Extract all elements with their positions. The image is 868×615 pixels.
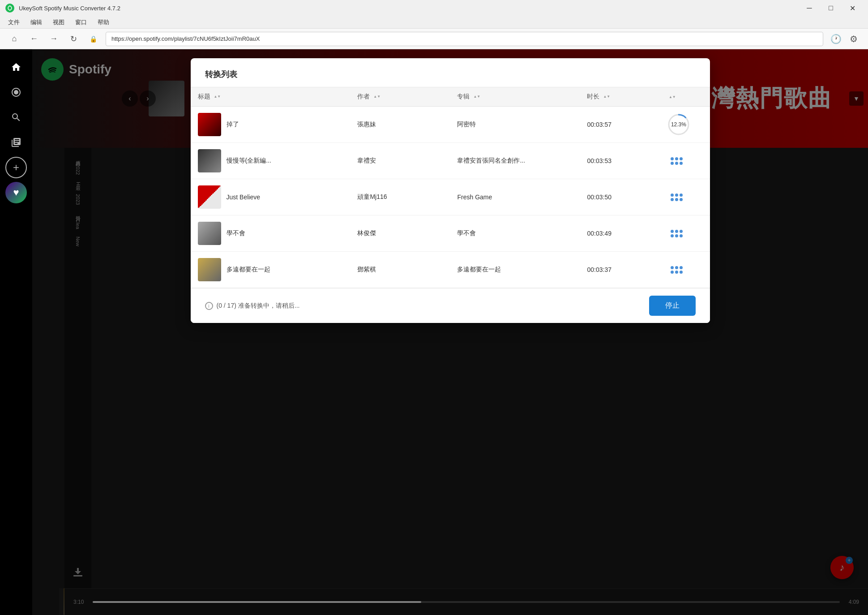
song-cell: 學不會 [198,222,343,245]
history-button[interactable]: 🕐 [829,32,843,46]
song-cell: 掉了 [198,113,343,136]
table-header: 标题 ▲▼ 作者 ▲▼ 专辑 ▲▼ [191,87,710,107]
author-text: 林俊傑 [357,229,376,237]
app-area: + ♥ Spotify ‹ › 2023 台灣熱 [0,49,868,615]
menu-bar: 文件 编辑 视图 窗口 帮助 [0,16,868,29]
modal-title: 转换列表 [205,69,696,80]
svg-point-1 [14,90,18,95]
song-cell: Just Believe [198,185,343,209]
sidebar-search-icon[interactable] [5,107,27,128]
dots-menu-button[interactable] [667,190,703,205]
dot-3 [680,266,683,269]
modal-footer: i (0 / 17) 准备转换中，请稍后... 停止 [191,288,710,323]
cell-duration: 00:03:49 [580,215,659,252]
dot-5 [675,234,678,237]
url-input[interactable] [106,32,823,46]
author-text: 韋禮安 [357,157,376,164]
cell-title: Just Believe [191,179,351,215]
sort-title-icon[interactable]: ▲▼ [214,95,221,99]
dot-3 [680,230,683,233]
table-row: 多遠都要在一起 鄧紫棋 多遠都要在一起 00:03:37 [191,252,710,288]
duration-text: 00:03:53 [587,157,611,164]
maximize-button[interactable]: □ [821,0,841,16]
nav-right-controls: 🕐 ⚙ [829,32,861,46]
app-logo [5,4,14,13]
sidebar-browse-icon[interactable] [5,82,27,103]
dot-2 [675,157,678,160]
close-button[interactable]: ✕ [842,0,863,16]
dot-6 [680,162,683,165]
sidebar-home-icon[interactable] [5,56,27,78]
song-thumbnail [198,222,221,245]
song-table: 标题 ▲▼ 作者 ▲▼ 专辑 ▲▼ [191,87,710,288]
dot-5 [675,198,678,201]
minimize-button[interactable]: ─ [799,0,820,16]
album-text: 阿密特 [457,120,476,128]
convert-modal: 转换列表 标题 ▲▼ 作者 [191,58,710,323]
settings-button[interactable]: ⚙ [847,32,861,46]
col-author: 作者 ▲▼ [350,87,450,107]
dot-2 [675,194,678,197]
sort-album-icon[interactable]: ▲▼ [473,95,480,99]
dots-menu-button[interactable] [667,226,703,241]
cell-status [660,143,710,179]
dots-menu-button[interactable] [667,154,703,168]
info-icon: i [205,302,213,310]
sort-status-icon[interactable]: ▲▼ [669,95,676,99]
dot-4 [671,162,674,165]
back-button[interactable]: ← [27,32,41,46]
dot-6 [680,271,683,274]
cell-author: 韋禮安 [350,143,450,179]
album-text: 韋禮安首張同名全創作... [457,157,525,164]
status-text: (0 / 17) 准备转换中，请稍后... [217,302,300,310]
home-button[interactable]: ⌂ [7,32,21,46]
song-title-text: 學不會 [227,229,245,237]
svg-point-0 [5,4,14,13]
duration-text: 00:03:49 [587,230,611,237]
dot-5 [675,162,678,165]
song-title-text: 慢慢等(全新編... [227,157,271,165]
menu-view[interactable]: 视图 [48,17,69,27]
song-title-text: 多遠都要在一起 [227,266,270,274]
menu-window[interactable]: 窗口 [71,17,91,27]
song-table-wrapper[interactable]: 标题 ▲▼ 作者 ▲▼ 专辑 ▲▼ [191,87,710,288]
author-text: 頑童Mj116 [357,193,387,200]
song-cell: 慢慢等(全新編... [198,149,343,172]
dots-menu-button[interactable] [667,262,703,277]
song-title-text: 掉了 [227,120,239,129]
dot-2 [675,266,678,269]
sidebar-liked-icon[interactable]: ♥ [5,182,27,203]
forward-button[interactable]: → [47,32,61,46]
dot-1 [671,230,674,233]
content-area: Spotify ‹ › 2023 台灣熱門歌曲 ▼ 經典 2022 最Hi 20… [32,49,868,615]
modal-header: 转换列表 [191,58,710,87]
app-title: UkeySoft Spotify Music Converter 4.7.2 [19,5,795,12]
sidebar-library-icon[interactable] [5,132,27,153]
menu-help[interactable]: 帮助 [93,17,114,27]
refresh-button[interactable]: ↻ [66,32,81,46]
dot-3 [680,194,683,197]
cell-author: 頑童Mj116 [350,179,450,215]
cell-album: 阿密特 [450,107,580,143]
cell-album: 韋禮安首張同名全創作... [450,143,580,179]
album-text: Fresh Game [457,194,492,201]
cell-title: 掉了 [191,107,351,143]
table-row: 慢慢等(全新編... 韋禮安 韋禮安首張同名全創作... 00:03:53 [191,143,710,179]
cell-duration: 00:03:37 [580,252,659,288]
album-text: 多遠都要在一起 [457,266,501,273]
col-album: 专辑 ▲▼ [450,87,580,107]
cell-title: 多遠都要在一起 [191,252,351,288]
duration-text: 00:03:57 [587,121,611,128]
menu-file[interactable]: 文件 [4,17,24,27]
duration-text: 00:03:50 [587,194,611,201]
cell-status [660,215,710,252]
sidebar-add-icon[interactable]: + [5,157,27,178]
menu-edit[interactable]: 编辑 [26,17,47,27]
cell-author: 鄧紫棋 [350,252,450,288]
stop-button[interactable]: 停止 [649,296,696,316]
duration-text: 00:03:37 [587,266,611,273]
dot-2 [675,230,678,233]
sort-author-icon[interactable]: ▲▼ [373,95,381,99]
cell-status [660,252,710,288]
sort-duration-icon[interactable]: ▲▼ [603,95,610,99]
